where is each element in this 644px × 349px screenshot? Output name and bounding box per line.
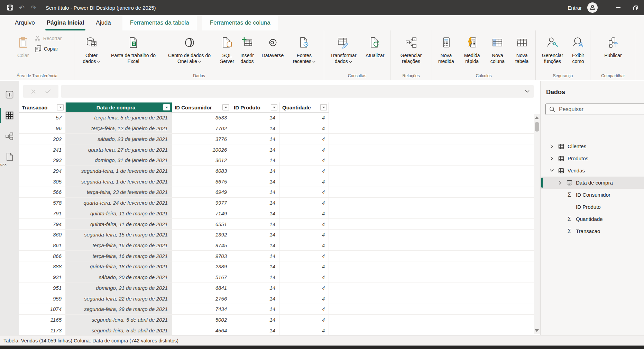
table-row[interactable]: 305 segunda-feira, 1 de fevereiro de 202…	[19, 176, 534, 187]
cell-quantidade[interactable]: 4	[279, 251, 329, 261]
cell-data-de-compra[interactable]: segunda-feira, 5 de abril de 2021	[66, 325, 172, 335]
table-row[interactable]: 866 terça-feira, 16 de março de 2021 970…	[19, 251, 534, 261]
vertical-scrollbar[interactable]	[534, 114, 540, 334]
new-column-button[interactable]: Nova coluna	[485, 33, 510, 65]
cell-id-consumidor[interactable]: 7702	[172, 123, 231, 134]
cell-data-de-compra[interactable]: segunda-feira, 1 de fevereiro de 2021	[66, 176, 172, 187]
table-row[interactable]: 96 terça-feira, 12 de janeiro de 2021 77…	[19, 123, 534, 134]
cell-data-de-compra[interactable]: terça-feira, 12 de janeiro de 2021	[66, 123, 172, 134]
cell-id-consumidor[interactable]: 1392	[172, 230, 231, 240]
chevron-down-icon[interactable]	[548, 169, 555, 172]
cell-transacao[interactable]: 57	[19, 113, 66, 123]
cell-transacao[interactable]: 791	[19, 208, 66, 218]
cell-quantidade[interactable]: 4	[279, 144, 329, 155]
redo-button[interactable]: ↷	[28, 0, 39, 15]
cell-quantidade[interactable]: 4	[279, 283, 329, 293]
cell-transacao[interactable]: 202	[19, 134, 66, 144]
cell-id-produto[interactable]: 14	[231, 113, 279, 123]
cell-quantidade[interactable]: 4	[279, 123, 329, 134]
cell-id-produto[interactable]: 14	[231, 272, 279, 283]
cell-data-de-compra[interactable]: quinta-feira, 11 de março de 2021	[66, 219, 172, 229]
scroll-up-icon[interactable]	[535, 116, 539, 119]
cell-transacao[interactable]: 860	[19, 230, 66, 240]
new-measure-button[interactable]: Nova medida	[433, 33, 459, 65]
cell-data-de-compra[interactable]: terça-feira, 16 de março de 2021	[66, 251, 172, 261]
cell-data-de-compra[interactable]: segunda-feira, 15 de março de 2021	[66, 230, 172, 240]
cell-id-produto[interactable]: 14	[231, 261, 279, 272]
cell-quantidade[interactable]: 4	[279, 261, 329, 272]
cell-id-consumidor[interactable]: 5002	[172, 315, 231, 325]
cell-transacao[interactable]: 866	[19, 251, 66, 261]
table-row[interactable]: 888 quinta-feira, 18 de março de 2021 23…	[19, 261, 534, 272]
cell-id-consumidor[interactable]: 3012	[172, 155, 231, 165]
cell-data-de-compra[interactable]: domingo, 31 de janeiro de 2021	[66, 155, 172, 165]
view-as-button[interactable]: Exibir como	[568, 33, 589, 65]
cell-transacao[interactable]: 1074	[19, 304, 66, 314]
publish-button[interactable]: Publicar	[598, 33, 629, 59]
field-item-id-consumidor[interactable]: Σ ID Consumidor	[541, 189, 644, 201]
cell-quantidade[interactable]: 4	[279, 219, 329, 229]
cell-id-consumidor[interactable]: 6841	[172, 283, 231, 293]
cell-data-de-compra[interactable]: quinta-feira, 11 de março de 2021	[66, 208, 172, 218]
cell-id-consumidor[interactable]: 6949	[172, 187, 231, 197]
cell-id-consumidor[interactable]: 6083	[172, 166, 231, 176]
refresh-button[interactable]: Atualizar	[361, 33, 389, 59]
search-input[interactable]: Pesquisar	[545, 104, 644, 115]
tab-ferramentas-da-tabela[interactable]: Ferramentas da tabela	[122, 15, 197, 30]
cancel-icon[interactable]	[31, 89, 36, 94]
cell-transacao[interactable]: 931	[19, 272, 66, 283]
field-item-quantidade[interactable]: Σ Quantidade	[541, 213, 644, 225]
cell-transacao[interactable]: 1165	[19, 315, 66, 325]
cell-transacao[interactable]: 578	[19, 198, 66, 208]
cell-id-consumidor[interactable]: 6675	[172, 176, 231, 187]
cell-id-consumidor[interactable]: 7434	[172, 304, 231, 314]
chevron-right-icon[interactable]	[556, 180, 563, 185]
table-item-vendas[interactable]: Vendas	[541, 164, 644, 177]
table-row[interactable]: 293 domingo, 31 de janeiro de 2021 3012 …	[19, 155, 534, 166]
enter-data-button[interactable]: Inserir dados	[237, 33, 257, 65]
cell-data-de-compra[interactable]: segunda-feira, 22 de março de 2021	[66, 293, 172, 304]
model-view-button[interactable]	[0, 127, 19, 145]
restore-button[interactable]	[627, 0, 644, 15]
cell-data-de-compra[interactable]: terça-feira, 23 de fevereiro de 2021	[66, 187, 172, 197]
column-header-transacao[interactable]: Transacao	[19, 102, 66, 113]
undo-button[interactable]: ↶	[16, 0, 28, 15]
paste-button[interactable]: Colar	[12, 33, 34, 59]
cell-quantidade[interactable]: 4	[279, 304, 329, 314]
cell-id-consumidor[interactable]: 2756	[172, 293, 231, 304]
cell-quantidade[interactable]: 4	[279, 325, 329, 335]
scrollbar-thumb[interactable]	[535, 122, 539, 132]
cell-id-consumidor[interactable]: 6551	[172, 219, 231, 229]
cell-data-de-compra[interactable]: domingo, 21 de março de 2021	[66, 283, 172, 293]
cell-id-produto[interactable]: 14	[231, 315, 279, 325]
cut-button[interactable]: Recortar	[35, 35, 62, 42]
cell-quantidade[interactable]: 4	[279, 113, 329, 123]
table-view-button[interactable]	[0, 106, 19, 124]
commit-check-icon[interactable]	[45, 89, 51, 94]
table-row[interactable]: 951 domingo, 21 de março de 2021 6841 14…	[19, 283, 534, 294]
cell-id-consumidor[interactable]: 10026	[172, 144, 231, 155]
table-row[interactable]: 566 terça-feira, 23 de fevereiro de 2021…	[19, 187, 534, 198]
cell-data-de-compra[interactable]: terça-feira, 5 de janeiro de 2021	[66, 113, 172, 123]
cell-id-consumidor[interactable]: 3533	[172, 113, 231, 123]
tab-pagina-inicial[interactable]: Página Inicial	[41, 15, 90, 30]
cell-data-de-compra[interactable]: sábado, 23 de janeiro de 2021	[66, 134, 172, 144]
table-row[interactable]: 202 sábado, 23 de janeiro de 2021 3776 1…	[19, 134, 534, 144]
field-item-data-de-compra[interactable]: Data de compra	[541, 177, 644, 189]
cell-transacao[interactable]: 951	[19, 283, 66, 293]
cell-id-produto[interactable]: 14	[231, 240, 279, 251]
table-item-clientes[interactable]: Clientes	[541, 140, 644, 152]
quick-measure-button[interactable]: Medida rápida	[459, 33, 485, 65]
cell-id-consumidor[interactable]: 9745	[172, 240, 231, 251]
table-row[interactable]: 1165 segunda-feira, 5 de abril de 2021 5…	[19, 315, 534, 325]
cell-quantidade[interactable]: 4	[279, 187, 329, 197]
sign-in-link[interactable]: Entrar	[568, 5, 582, 11]
cell-transacao[interactable]: 959	[19, 293, 66, 304]
cell-id-consumidor[interactable]: 5167	[172, 272, 231, 283]
cell-quantidade[interactable]: 4	[279, 240, 329, 251]
cell-id-produto[interactable]: 14	[231, 304, 279, 314]
cell-id-produto[interactable]: 14	[231, 123, 279, 134]
table-row[interactable]: 1173 segunda-feira, 5 de abril de 2021 4…	[19, 325, 534, 335]
cell-id-consumidor[interactable]: 9977	[172, 198, 231, 208]
table-row[interactable]: 578 quarta-feira, 24 de fevereiro de 202…	[19, 198, 534, 208]
